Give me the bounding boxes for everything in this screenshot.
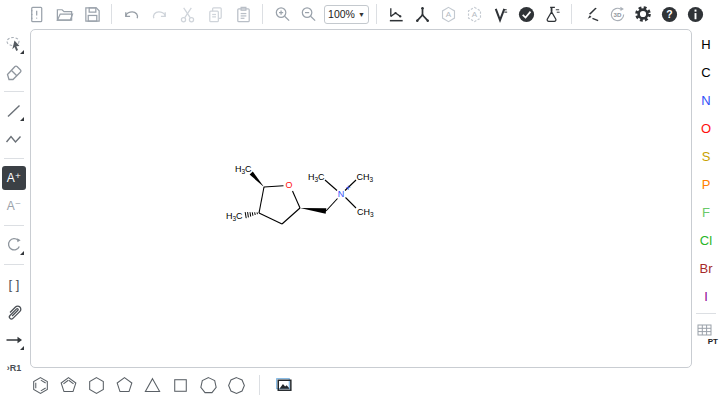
zoom-level-value: 100%: [328, 8, 355, 20]
charge-plus-icon: A⁺: [7, 172, 21, 184]
attach-button[interactable]: [2, 300, 26, 324]
atom-label-ring-oxygen[interactable]: O: [285, 180, 292, 190]
atom-label-ch3-ring-top[interactable]: H3C: [235, 164, 252, 175]
charge-minus-button[interactable]: A⁻: [2, 194, 26, 218]
bond-c3-c4: [259, 213, 282, 224]
molecule[interactable]: H3C O H3C N + H3C CH3 CH3: [221, 151, 391, 241]
undo-icon: [122, 5, 141, 24]
template-benzene-button[interactable]: [28, 373, 52, 397]
dearomatize-button[interactable]: A: [462, 2, 486, 26]
toolbar-divider: [376, 4, 377, 24]
sgroup-button[interactable]: [ ]: [2, 272, 26, 296]
toolbar-divider: [259, 375, 260, 395]
recognize-button[interactable]: [579, 2, 603, 26]
aromatize-button[interactable]: A: [436, 2, 460, 26]
bond-n-ch3-upper-left: [325, 180, 337, 191]
save-icon: [83, 5, 102, 24]
clean-up-button[interactable]: [410, 2, 434, 26]
check-structure-icon: [517, 5, 536, 24]
redo-icon: [150, 5, 169, 24]
template-cyclobutane-button[interactable]: [168, 373, 192, 397]
clear-canvas-icon: [27, 5, 46, 24]
layout-icon: [387, 5, 406, 24]
element-O[interactable]: O: [694, 114, 718, 142]
submenu-indicator: [20, 117, 24, 121]
template-cycloheptane-button[interactable]: [196, 373, 220, 397]
chain-button[interactable]: [2, 127, 26, 151]
atom-label-ch3-n-lower-right[interactable]: CH3: [357, 207, 374, 218]
element-Cl[interactable]: Cl: [694, 226, 718, 254]
settings-button[interactable]: [631, 2, 655, 26]
svg-text:A: A: [471, 10, 477, 19]
periodic-table-button[interactable]: PT: [693, 321, 719, 347]
element-F[interactable]: F: [694, 198, 718, 226]
edit-group: [119, 2, 255, 26]
open-button[interactable]: [52, 2, 76, 26]
template-cyclopentadiene-button[interactable]: [56, 373, 80, 397]
check-structure-button[interactable]: [514, 2, 538, 26]
bond-single-button[interactable]: [2, 99, 26, 123]
drawing-canvas[interactable]: H3C O H3C N + H3C CH3 CH3: [30, 29, 692, 368]
select-lasso-button[interactable]: [2, 32, 26, 56]
about-button[interactable]: [683, 2, 707, 26]
zoom-out-button[interactable]: [296, 2, 320, 26]
toolbar-divider: [4, 158, 24, 159]
layout-button[interactable]: [384, 2, 408, 26]
paperclip-icon: [4, 302, 24, 322]
periodic-table-label: PT: [708, 337, 718, 346]
toolbar-divider: [571, 4, 572, 24]
cut-button[interactable]: [175, 2, 199, 26]
element-I[interactable]: I: [694, 282, 718, 310]
template-library-button[interactable]: [271, 373, 295, 397]
recognize-icon: [582, 5, 601, 24]
template-cyclopropane-button[interactable]: [140, 373, 164, 397]
element-N[interactable]: N: [694, 86, 718, 114]
wedge-up-c5-ch2: [300, 208, 326, 214]
miew-3d-button[interactable]: 3D: [605, 2, 629, 26]
element-H[interactable]: H: [694, 30, 718, 58]
atom-label-ch3-n-upper-right[interactable]: CH3: [357, 172, 374, 183]
svg-text:A: A: [445, 10, 451, 19]
cyclopentadiene-icon: [58, 375, 79, 396]
open-icon: [55, 5, 74, 24]
element-Br[interactable]: Br: [694, 254, 718, 282]
template-library-icon: [273, 375, 294, 396]
transform-rotate-button[interactable]: [2, 233, 26, 257]
zoom-in-button[interactable]: [270, 2, 294, 26]
copy-button[interactable]: [203, 2, 227, 26]
template-cyclopentane-button[interactable]: [112, 373, 136, 397]
cycloheptane-icon: [198, 375, 219, 396]
atom-label-nitrogen[interactable]: N: [338, 189, 345, 199]
calculate-cip-button[interactable]: [488, 2, 512, 26]
reaction-arrow-button[interactable]: [2, 328, 26, 352]
redo-button[interactable]: [147, 2, 171, 26]
template-cyclooctane-button[interactable]: [224, 373, 248, 397]
rgroup-button[interactable]: ›R1: [2, 356, 26, 380]
undo-button[interactable]: [119, 2, 143, 26]
element-S[interactable]: S: [694, 142, 718, 170]
toolbar-divider: [111, 4, 112, 24]
atom-label-ch3-ring-left[interactable]: H3C: [226, 211, 243, 222]
zoom-out-icon: [299, 5, 318, 24]
element-P[interactable]: P: [694, 170, 718, 198]
bond-o-c2: [264, 186, 284, 187]
erase-button[interactable]: [2, 60, 26, 84]
atom-label-ch3-n-upper-left[interactable]: H3C: [308, 172, 325, 183]
template-cyclohexane-button[interactable]: [84, 373, 108, 397]
calculated-values-button[interactable]: [540, 2, 564, 26]
element-C[interactable]: C: [694, 58, 718, 86]
help-button[interactable]: ?: [657, 2, 681, 26]
save-button[interactable]: [80, 2, 104, 26]
clean-up-icon: [413, 5, 432, 24]
clear-canvas-button[interactable]: [24, 2, 48, 26]
about-icon: [686, 5, 705, 24]
charge-plus-button[interactable]: A⁺: [2, 166, 26, 190]
paste-button[interactable]: [231, 2, 255, 26]
sgroup-bracket-icon: [ ]: [9, 278, 20, 291]
cyclopentane-icon: [114, 375, 135, 396]
zoom-level-dropdown[interactable]: 100% ▼: [324, 5, 369, 24]
calculated-values-icon: [543, 5, 562, 24]
atom-palette: H C N O S P F Cl Br I PT: [692, 30, 720, 347]
miew-3d-icon: 3D: [608, 5, 627, 24]
benzene-icon: [30, 375, 51, 396]
